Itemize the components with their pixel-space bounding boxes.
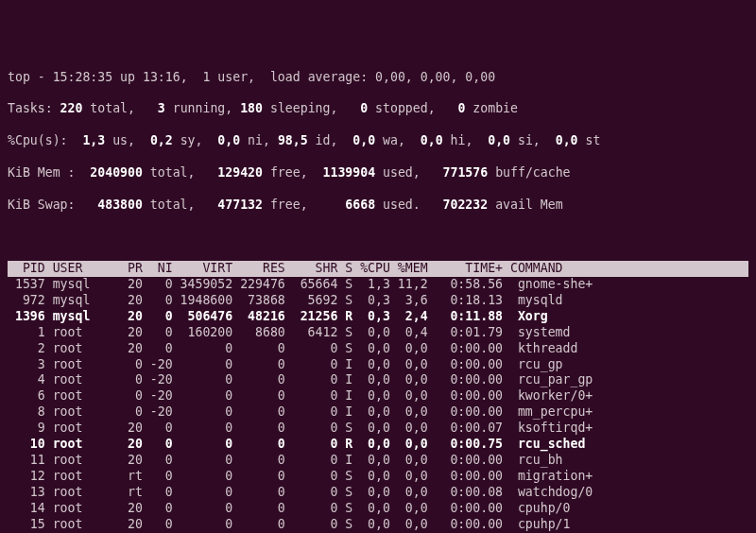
table-row[interactable]: 972 mysql 20 0 1948600 73868 5692 S 0,3 … xyxy=(8,293,748,309)
cpu-id: 98,5 xyxy=(278,133,308,147)
label: hi, xyxy=(443,133,489,147)
label: KiB Swap: xyxy=(8,198,97,212)
table-row[interactable]: 1396 mysql 20 0 506476 48216 21256 R 0,3… xyxy=(8,309,748,325)
label: running, xyxy=(165,101,240,115)
label: us, xyxy=(105,133,150,147)
load-average: 0,00, 0,00, 0,00 xyxy=(375,70,495,84)
tasks-running: 3 xyxy=(158,101,165,115)
label: wa, xyxy=(375,133,421,147)
label: zombie xyxy=(465,101,518,115)
label: ni, xyxy=(240,133,278,147)
label: %Cpu(s): xyxy=(8,133,82,147)
label: , load average: xyxy=(248,70,375,84)
tasks-stopped: 0 xyxy=(360,101,368,115)
label: free, xyxy=(263,165,323,180)
mem-total: 2040900 xyxy=(90,165,143,180)
cpu-st: 0,0 xyxy=(556,133,578,147)
label: up xyxy=(112,70,143,84)
table-row[interactable]: 2 root 20 0 0 0 0 S 0,0 0,0 0:00.00 kthr… xyxy=(8,341,748,357)
label: sy, xyxy=(173,133,218,147)
table-row[interactable]: 12 root rt 0 0 0 0 S 0,0 0,0 0:00.00 mig… xyxy=(8,469,748,485)
summary-line-cpu: %Cpu(s): 1,3 us, 0,2 sy, 0,0 ni, 98,5 id… xyxy=(8,133,748,149)
table-row[interactable]: 10 root 20 0 0 0 0 R 0,0 0,0 0:00.75 rcu… xyxy=(8,437,748,453)
tasks-total: 220 xyxy=(60,101,83,115)
cpu-hi: 0,0 xyxy=(421,133,443,147)
users: 1 user xyxy=(202,70,248,84)
mem-used: 1139904 xyxy=(323,165,376,180)
label: total, xyxy=(82,101,157,115)
label: used, xyxy=(375,165,442,180)
summary-line-swap: KiB Swap: 483800 total, 477132 free, 666… xyxy=(8,198,748,214)
table-row[interactable]: 6 root 0 -20 0 0 0 I 0,0 0,0 0:00.00 kwo… xyxy=(8,388,748,404)
swap-total: 483800 xyxy=(97,198,143,212)
table-row[interactable]: 14 root 20 0 0 0 0 S 0,0 0,0 0:00.00 cpu… xyxy=(8,501,748,517)
cpu-ni: 0,0 xyxy=(217,133,240,147)
blank-line xyxy=(8,229,748,245)
label: free, xyxy=(263,198,345,212)
summary-line-mem: KiB Mem : 2040900 total, 129420 free, 11… xyxy=(8,165,748,181)
table-row[interactable]: 9 root 20 0 0 0 0 S 0,0 0,0 0:00.07 ksof… xyxy=(8,421,748,437)
table-row[interactable]: 3 root 0 -20 0 0 0 I 0,0 0,0 0:00.00 rcu… xyxy=(8,357,748,373)
cpu-wa: 0,0 xyxy=(352,133,375,147)
table-row[interactable]: 13 root rt 0 0 0 0 S 0,0 0,0 0:00.08 wat… xyxy=(8,485,748,501)
swap-free: 477132 xyxy=(217,198,263,212)
label: sleeping, xyxy=(263,101,360,115)
label: stopped, xyxy=(368,101,457,115)
table-row[interactable]: 1537 mysql 20 0 3459052 229476 65664 S 1… xyxy=(8,277,748,293)
process-table-header[interactable]: PID USER PR NI VIRT RES SHR S %CPU %MEM … xyxy=(8,261,748,277)
swap-avail: 702232 xyxy=(443,198,489,212)
table-row[interactable]: 4 root 0 -20 0 0 0 I 0,0 0,0 0:00.00 rcu… xyxy=(8,372,748,388)
label: total, xyxy=(143,198,217,212)
time: 15:28:35 xyxy=(53,70,113,84)
label: si, xyxy=(510,133,556,147)
label: top - xyxy=(8,70,53,84)
label: total, xyxy=(143,165,217,180)
label: id, xyxy=(308,133,353,147)
summary-line-top: top - 15:28:35 up 13:16, 1 user, load av… xyxy=(8,70,748,86)
label: KiB Mem : xyxy=(8,165,90,180)
process-table-body[interactable]: 1537 mysql 20 0 3459052 229476 65664 S 1… xyxy=(8,277,748,533)
table-row[interactable]: 11 root 20 0 0 0 0 I 0,0 0,0 0:00.00 rcu… xyxy=(8,453,748,469)
label: used. xyxy=(375,198,442,212)
cpu-us: 1,3 xyxy=(82,133,105,147)
cpu-sy: 0,2 xyxy=(150,133,173,147)
table-row[interactable]: 15 root 20 0 0 0 0 S 0,0 0,0 0:00.00 cpu… xyxy=(8,517,748,533)
swap-used: 6668 xyxy=(345,198,375,212)
label: buff/cache xyxy=(488,165,570,180)
cpu-si: 0,0 xyxy=(488,133,510,147)
mem-free: 129420 xyxy=(217,165,263,180)
tasks-sleeping: 180 xyxy=(240,101,263,115)
label: Tasks: xyxy=(8,101,60,115)
table-row[interactable]: 1 root 20 0 160200 8680 6412 S 0,0 0,4 0… xyxy=(8,325,748,341)
label: st xyxy=(578,133,601,147)
summary-line-tasks: Tasks: 220 total, 3 running, 180 sleepin… xyxy=(8,101,748,117)
mem-buffcache: 771576 xyxy=(443,165,489,180)
uptime: 13:16 xyxy=(143,70,180,84)
table-row[interactable]: 8 root 0 -20 0 0 0 I 0,0 0,0 0:00.00 mm_… xyxy=(8,404,748,421)
label: avail Mem xyxy=(488,198,562,212)
label: , xyxy=(180,70,203,84)
